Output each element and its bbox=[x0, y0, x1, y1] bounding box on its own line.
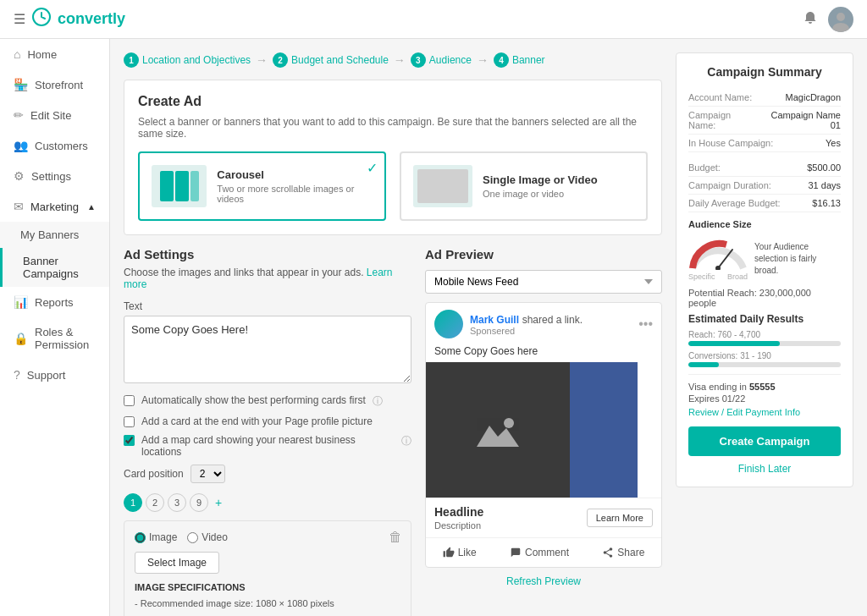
checkbox-profile-picture-input[interactable] bbox=[124, 416, 135, 427]
summary-campaign-name: Campaign Name: Campaign Name 01 bbox=[688, 107, 841, 135]
learn-more-button[interactable]: Learn More bbox=[587, 509, 653, 527]
radio-image-label[interactable]: Image bbox=[135, 531, 177, 543]
banner-option-single[interactable]: Single Image or Video One image or video bbox=[400, 151, 648, 221]
settings-preview-row: Ad Settings Choose the images and links … bbox=[124, 247, 662, 616]
audience-section: Audience Size Specific Broad bbox=[688, 219, 841, 367]
sidebar-label-storefront: Storefront bbox=[35, 79, 83, 91]
ad-settings-panel: Ad Settings Choose the images and links … bbox=[124, 247, 411, 616]
create-campaign-button[interactable]: Create Campaign bbox=[688, 426, 841, 456]
finish-later-link[interactable]: Finish Later bbox=[688, 463, 841, 475]
checkbox-best-performing-label: Automatically show the best performing c… bbox=[141, 394, 366, 406]
tab-9[interactable]: 9 bbox=[190, 493, 208, 512]
sidebar-item-support[interactable]: ? Support bbox=[0, 360, 109, 390]
radio-video[interactable] bbox=[187, 532, 198, 543]
radio-video-label[interactable]: Video bbox=[187, 531, 227, 543]
payment-section: Visa ending in 55555 Expires 01/22 Revie… bbox=[688, 374, 841, 418]
tab-3[interactable]: 3 bbox=[168, 493, 186, 512]
ad-actions: Like Comment Share bbox=[426, 537, 661, 567]
bell-icon[interactable] bbox=[803, 10, 818, 29]
learn-more-link[interactable]: Learn more bbox=[124, 267, 393, 290]
checkbox-profile-picture-label: Add a card at the end with your Page pro… bbox=[141, 415, 373, 427]
select-image-button[interactable]: Select Image bbox=[135, 552, 219, 574]
ad-action-like[interactable]: Like bbox=[434, 543, 485, 562]
checkbox-map-card: Add a map card showing your nearest busi… bbox=[124, 434, 411, 458]
home-icon: ⌂ bbox=[14, 47, 20, 61]
sidebar-item-home[interactable]: ⌂ Home bbox=[0, 39, 109, 69]
media-type-radios: Image Video bbox=[135, 531, 400, 543]
summary-in-house-label: In House Campaign: bbox=[688, 138, 773, 148]
roles-icon: 🔒 bbox=[14, 332, 28, 345]
sidebar-item-roles[interactable]: 🔒 Roles & Permission bbox=[0, 317, 109, 360]
sidebar-label-settings: Settings bbox=[31, 170, 71, 183]
breadcrumb-step-2[interactable]: 2 Budget and Schedule bbox=[273, 52, 389, 68]
banner-options: Carousel Two or more scrollable images o… bbox=[138, 151, 648, 221]
main-content: 1 Location and Objectives → 2 Budget and… bbox=[110, 39, 867, 616]
more-options-icon[interactable]: ••• bbox=[638, 316, 653, 332]
ad-user-info: Mark Guill shared a link. Sponsered bbox=[470, 313, 583, 336]
ad-text-input[interactable]: Some Copy Goes Here! bbox=[124, 316, 411, 383]
refresh-preview-link[interactable]: Refresh Preview bbox=[506, 575, 581, 587]
avatar[interactable] bbox=[828, 7, 853, 32]
checkbox-best-performing-input[interactable] bbox=[124, 395, 135, 406]
sidebar-item-reports[interactable]: 📊 Reports bbox=[0, 287, 109, 317]
checkbox-map-card-input[interactable] bbox=[124, 435, 135, 446]
gauge-container: Specific Broad bbox=[688, 236, 748, 281]
image-specs-title: IMAGE SPECIFICATIONS bbox=[135, 582, 400, 592]
preview-dropdown[interactable]: Mobile News Feed Desktop News Feed Insta… bbox=[425, 270, 662, 294]
image-tabs: 1 2 3 9 + bbox=[124, 493, 411, 512]
summary-account-value: MagicDragon bbox=[786, 92, 841, 102]
step-circle-4: 4 bbox=[494, 52, 509, 68]
shared-text: shared a link. bbox=[522, 314, 583, 326]
gauge-broad: Broad bbox=[727, 272, 748, 281]
ad-footer-row-1: Headline Description Learn More bbox=[434, 505, 653, 531]
logo-area: ☰ convertly bbox=[14, 8, 125, 30]
audience-size-label: Audience Size bbox=[688, 219, 841, 229]
svg-point-2 bbox=[832, 23, 849, 32]
sidebar-item-edit-site[interactable]: ✏ Edit Site bbox=[0, 100, 109, 130]
reach-fill bbox=[688, 341, 780, 346]
svg-marker-3 bbox=[477, 426, 519, 447]
hamburger-icon[interactable]: ☰ bbox=[14, 11, 25, 27]
refresh-preview: Refresh Preview bbox=[425, 575, 662, 587]
support-icon: ? bbox=[14, 368, 20, 382]
ad-preview-card: Mark Guill shared a link. Sponsered ••• … bbox=[425, 302, 662, 568]
share-label: Share bbox=[617, 547, 644, 558]
single-text: Single Image or Video One image or video bbox=[483, 173, 598, 199]
ad-action-comment[interactable]: Comment bbox=[501, 543, 577, 562]
sidebar-item-marketing[interactable]: ✉ Marketing ▲ bbox=[0, 191, 109, 222]
app-body: ⌂ Home 🏪 Storefront ✏ Edit Site 👥 Custom… bbox=[0, 39, 867, 616]
sidebar-item-settings[interactable]: ⚙ Settings bbox=[0, 161, 109, 191]
gauge-specific: Specific bbox=[688, 272, 715, 281]
edit-icon: ✏ bbox=[14, 108, 24, 122]
sidebar-item-customers[interactable]: 👥 Customers bbox=[0, 130, 109, 161]
breadcrumb-step-4[interactable]: 4 Banner bbox=[494, 52, 545, 68]
sidebar-label-roles: Roles & Permission bbox=[35, 326, 96, 351]
delete-icon[interactable]: 🗑 bbox=[389, 530, 402, 545]
top-nav: ☰ convertly bbox=[0, 0, 867, 39]
logo-icon bbox=[32, 8, 51, 30]
breadcrumb-step-3[interactable]: 3 Audience bbox=[411, 52, 472, 68]
ad-main-image bbox=[426, 362, 570, 498]
gauge-labels: Specific Broad bbox=[688, 272, 748, 281]
review-payment-link[interactable]: Review / Edit Payment Info bbox=[688, 407, 800, 417]
tab-1[interactable]: 1 bbox=[124, 493, 142, 512]
summary-daily-value: $16.13 bbox=[812, 198, 841, 208]
tab-2[interactable]: 2 bbox=[146, 493, 164, 512]
breadcrumb-arrow-3: → bbox=[477, 53, 489, 67]
sidebar-item-banner-campaigns[interactable]: Banner Campaigns bbox=[0, 248, 109, 287]
ad-action-share[interactable]: Share bbox=[594, 543, 653, 562]
sidebar-item-storefront[interactable]: 🏪 Storefront bbox=[0, 69, 109, 100]
breadcrumb-arrow-1: → bbox=[256, 53, 268, 67]
radio-image[interactable] bbox=[135, 532, 146, 543]
campaign-summary-panel: Campaign Summary Account Name: MagicDrag… bbox=[676, 52, 853, 487]
sidebar: ⌂ Home 🏪 Storefront ✏ Edit Site 👥 Custom… bbox=[0, 39, 110, 616]
breadcrumb-step-1[interactable]: 1 Location and Objectives bbox=[124, 52, 251, 68]
sidebar-label-support: Support bbox=[27, 369, 66, 382]
card-position-select[interactable]: 1 2 3 4 bbox=[191, 465, 225, 483]
banner-option-carousel[interactable]: Carousel Two or more scrollable images o… bbox=[138, 151, 386, 221]
payment-visa-text: Visa ending in 55555 bbox=[688, 382, 841, 392]
radio-image-text: Image bbox=[149, 531, 177, 543]
sidebar-item-my-banners[interactable]: My Banners bbox=[0, 222, 109, 248]
tab-add-icon[interactable]: + bbox=[212, 494, 225, 511]
ad-footer: Headline Description Learn More bbox=[426, 498, 661, 537]
